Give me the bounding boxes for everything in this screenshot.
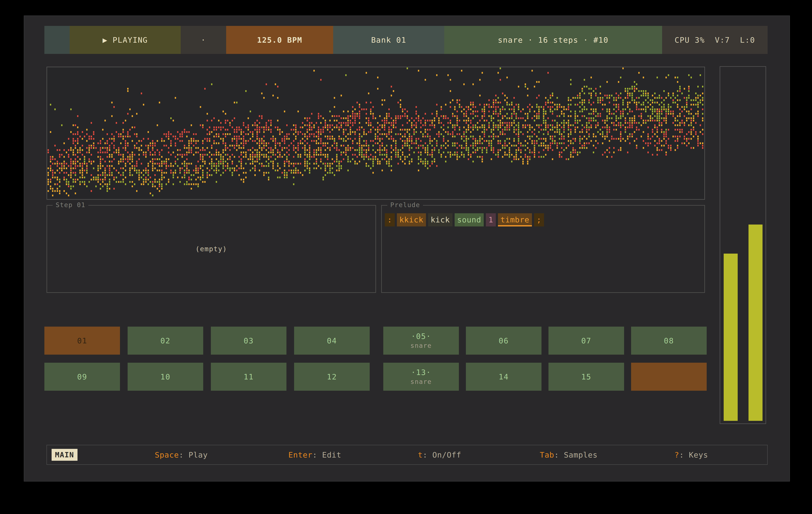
code-token-6: ; bbox=[534, 213, 544, 226]
top-bar-spacer bbox=[45, 26, 70, 54]
hint-keys: ?: Keys bbox=[674, 445, 708, 464]
step-button-07[interactable]: 07 bbox=[549, 327, 624, 355]
hint-keys-desc: : Keys bbox=[679, 451, 708, 459]
step-number: ·05· bbox=[411, 332, 431, 341]
prelude-title: Prelude bbox=[387, 201, 423, 209]
hint-samples: Tab: Samples bbox=[540, 445, 598, 464]
step-number: 12 bbox=[327, 372, 337, 381]
prelude-code-line: :kkickkicksound1timbre; bbox=[385, 213, 544, 226]
step-button-16[interactable] bbox=[631, 363, 707, 391]
level-meter-panel bbox=[720, 66, 766, 424]
bpm-display[interactable]: 125.0 BPM bbox=[226, 26, 333, 54]
step-number: 08 bbox=[664, 336, 674, 345]
top-bar: ▶ PLAYING · 125.0 BPM Bank 01 snare · 16… bbox=[45, 26, 767, 54]
hint-play: Space: Play bbox=[155, 445, 208, 464]
code-token-5: timbre bbox=[498, 213, 532, 226]
hint-play-key: Space bbox=[155, 451, 179, 459]
step-number: 15 bbox=[581, 372, 591, 381]
hint-onoff: t: On/Off bbox=[418, 445, 461, 464]
step-number: 06 bbox=[499, 336, 509, 345]
step-sample-label: snare bbox=[410, 342, 432, 349]
step-number: 14 bbox=[499, 372, 509, 381]
hint-edit: Enter: Edit bbox=[288, 445, 341, 464]
code-token-4: 1 bbox=[486, 213, 496, 226]
step-number: 11 bbox=[243, 372, 254, 381]
pattern-visualization-panel bbox=[47, 67, 705, 200]
step-button-04[interactable]: 04 bbox=[294, 327, 370, 355]
step-button-11[interactable]: 11 bbox=[211, 363, 286, 391]
step-number: 02 bbox=[160, 336, 170, 345]
step-button-08[interactable]: 08 bbox=[631, 327, 707, 355]
step-button-09[interactable]: 09 bbox=[45, 363, 120, 391]
step-button-03[interactable]: 03 bbox=[211, 327, 286, 355]
cpu-stats: CPU 3% V:7 L:0 bbox=[662, 26, 767, 54]
step-sample-label: snare bbox=[410, 378, 432, 385]
mode-badge: MAIN bbox=[52, 449, 78, 461]
step-number: 03 bbox=[243, 336, 254, 345]
step-number: 07 bbox=[581, 336, 591, 345]
app-screen: ▶ PLAYING · 125.0 BPM Bank 01 snare · 16… bbox=[0, 0, 812, 514]
step-number: 09 bbox=[77, 372, 87, 381]
code-token-3: sound bbox=[455, 213, 484, 226]
step-button-15[interactable]: 15 bbox=[549, 363, 624, 391]
step-detail-panel: Step 01 (empty) bbox=[47, 205, 376, 293]
level-meter-bar-right bbox=[749, 224, 762, 421]
hint-play-desc: : Play bbox=[179, 451, 208, 459]
code-token-2: kick bbox=[428, 213, 453, 226]
step-button-06[interactable]: 06 bbox=[466, 327, 542, 355]
code-token-1: kkick bbox=[397, 213, 426, 226]
step-button-05[interactable]: ·05·snare bbox=[383, 327, 459, 355]
track-info[interactable]: snare · 16 steps · #10 bbox=[444, 26, 662, 54]
hint-edit-desc: : Edit bbox=[312, 451, 341, 459]
sequencer-window: ▶ PLAYING · 125.0 BPM Bank 01 snare · 16… bbox=[24, 16, 790, 482]
step-button-12[interactable]: 12 bbox=[294, 363, 370, 391]
step-button-13[interactable]: ·13·snare bbox=[383, 363, 459, 391]
hint-samples-key: Tab bbox=[540, 451, 554, 459]
pattern-canvas bbox=[47, 67, 704, 199]
bank-display[interactable]: Bank 01 bbox=[333, 26, 444, 54]
step-number: 04 bbox=[327, 336, 337, 345]
hint-onoff-key: t bbox=[418, 451, 423, 459]
step-button-02[interactable]: 02 bbox=[127, 327, 203, 355]
status-bar: MAIN Space: Play Enter: Edit t: On/Off T… bbox=[47, 445, 767, 465]
hint-samples-desc: : Samples bbox=[554, 451, 598, 459]
step-detail-empty-label: (empty) bbox=[47, 206, 375, 292]
metronome-dot: · bbox=[181, 26, 226, 54]
code-token-0: : bbox=[385, 213, 395, 226]
hint-onoff-desc: : On/Off bbox=[423, 451, 461, 459]
step-number: ·13· bbox=[411, 368, 431, 377]
hint-keys-key: ? bbox=[674, 451, 679, 459]
level-meter-bar-left bbox=[724, 253, 738, 421]
step-button-14[interactable]: 14 bbox=[466, 363, 542, 391]
step-number: 10 bbox=[160, 372, 170, 381]
step-number: 01 bbox=[77, 336, 87, 345]
prelude-panel[interactable]: Prelude :kkickkicksound1timbre; bbox=[381, 205, 705, 293]
hint-edit-key: Enter bbox=[288, 451, 312, 459]
step-button-10[interactable]: 10 bbox=[127, 363, 203, 391]
step-button-01[interactable]: 01 bbox=[45, 327, 120, 355]
transport-status[interactable]: ▶ PLAYING bbox=[70, 26, 181, 54]
